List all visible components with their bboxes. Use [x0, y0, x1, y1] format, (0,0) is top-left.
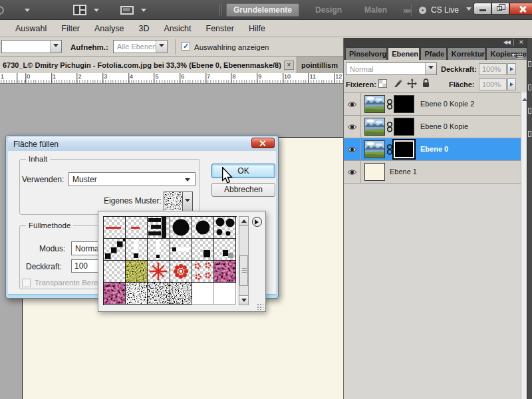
menu-filter[interactable]: Filter	[54, 21, 87, 36]
workspace-button-design[interactable]: Design	[309, 4, 348, 16]
layer-mask-thumbnail[interactable]	[394, 95, 414, 113]
panel-tab-pfade[interactable]: Pfade	[420, 47, 446, 60]
opacity-field[interactable]: 100	[71, 259, 100, 273]
blend-mode-dropdown[interactable]: Normal	[346, 63, 437, 75]
minimize-button[interactable]	[473, 3, 491, 15]
scroll-down-button[interactable]	[239, 295, 248, 305]
layer-thumbnail[interactable]	[364, 118, 385, 136]
dock-icon[interactable]	[528, 108, 531, 114]
restore-button[interactable]	[491, 3, 509, 15]
pattern-swatch-circle-large[interactable]	[170, 217, 192, 239]
screen-mode-icon[interactable]	[120, 6, 134, 15]
panel-menu-icon[interactable]	[511, 49, 523, 61]
picker-menu-button[interactable]	[252, 217, 262, 227]
pattern-swatch-red-dash-long[interactable]	[104, 217, 126, 239]
layer-thumbnail[interactable]	[364, 163, 385, 181]
pattern-swatch-red-flower-cluster[interactable]	[170, 261, 192, 283]
custom-pattern-swatch[interactable]	[164, 192, 193, 211]
close-button[interactable]	[509, 3, 532, 15]
dock-icon[interactable]	[528, 131, 531, 137]
pattern-swatch-square-right[interactable]	[192, 239, 214, 261]
layer-visibility-toggle[interactable]	[344, 138, 361, 161]
panel-tab-korrektur[interactable]: Korrektur	[448, 47, 486, 60]
layer-visibility-toggle[interactable]	[344, 161, 361, 184]
pattern-swatch-maroon-texture[interactable]	[104, 283, 126, 305]
pattern-swatch-diag-squares[interactable]	[104, 239, 126, 261]
panel-opacity-value[interactable]: 100%	[479, 63, 507, 75]
pattern-swatch-noise-bw2[interactable]	[148, 283, 170, 305]
pattern-swatch-squares-row[interactable]	[170, 239, 192, 261]
document-close-icon[interactable]: ×	[284, 61, 294, 70]
menu-3d[interactable]: 3D	[132, 21, 157, 36]
dialog-title-bar[interactable]: Fläche füllen	[8, 137, 276, 151]
panel-tab-ebenen[interactable]: Ebenen	[388, 47, 420, 60]
preserve-transparency-checkbox[interactable]	[22, 279, 31, 287]
layer-mask-thumbnail[interactable]	[394, 140, 414, 158]
layer-row-ebene-0-kopie[interactable]: Ebene 0 Kopie	[344, 116, 521, 138]
panel-close-icon[interactable]: ×	[519, 38, 523, 46]
lock-pixels-icon[interactable]	[393, 78, 404, 89]
menu-hilfe[interactable]: Hilfe	[241, 21, 273, 36]
menu-analyse[interactable]: Analyse	[87, 21, 131, 36]
pattern-swatch-red-starburst[interactable]	[148, 261, 170, 283]
workspace-button-malen[interactable]: Malen	[358, 4, 394, 16]
menu-auswahl[interactable]: Auswahl	[8, 21, 54, 36]
pattern-swatch-red-dash-short[interactable]	[126, 217, 148, 239]
layer-thumbnail[interactable]	[364, 140, 385, 158]
menu-ansicht[interactable]: Ansicht	[157, 21, 199, 36]
scrollbar-thumb[interactable]	[239, 255, 248, 286]
arrange-documents-icon[interactable]	[73, 5, 86, 15]
lock-transparency-icon[interactable]	[378, 78, 389, 89]
collapsed-dock-strip[interactable]	[527, 38, 532, 399]
pattern-swatch-circles-cluster[interactable]	[214, 217, 236, 239]
pattern-scrollbar[interactable]	[239, 216, 249, 305]
panel-tab-pinselvorg[interactable]: Pinselvorg	[345, 47, 387, 60]
show-selection-ring-checkbox[interactable]: ✓	[182, 42, 190, 51]
layer-row-ebene-0-kopie-2[interactable]: Ebene 0 Kopie 2	[344, 93, 521, 116]
dock-icon[interactable]	[528, 61, 531, 67]
scroll-up-button[interactable]	[239, 217, 248, 226]
lock-position-icon[interactable]	[407, 78, 418, 89]
pattern-swatch-red-florets[interactable]	[192, 261, 214, 283]
layer-visibility-toggle[interactable]	[344, 116, 361, 138]
partial-tool-icon[interactable]	[0, 6, 4, 15]
layer-mask-thumbnail[interactable]	[394, 118, 414, 136]
pattern-swatch-square-bottom[interactable]	[126, 239, 148, 261]
layer-row-ebene-0[interactable]: Ebene 0	[344, 138, 521, 161]
pattern-swatch-square-gray-pair[interactable]	[214, 239, 236, 261]
screen-mode-caret[interactable]	[141, 9, 146, 15]
document-tab-active[interactable]: 6730_L© Dmitry Pichugin - Fotolia.com.jp…	[0, 57, 297, 73]
use-dropdown[interactable]: Muster	[68, 172, 196, 186]
pattern-swatch-noise-bw[interactable]	[126, 283, 148, 305]
document-tab-inactive[interactable]: pointillism	[297, 57, 343, 73]
layer-visibility-toggle[interactable]	[344, 93, 361, 116]
dock-icon[interactable]	[528, 84, 531, 90]
lock-all-icon[interactable]	[422, 78, 432, 89]
pattern-swatch-noise-bw3[interactable]	[170, 283, 192, 305]
dropdown-button	[156, 41, 167, 53]
pattern-dropdown-button[interactable]	[183, 192, 192, 211]
pattern-swatch-black-bars[interactable]	[148, 217, 170, 239]
dialog-close-button[interactable]	[251, 138, 275, 148]
menu-fenster[interactable]: Fenster	[199, 21, 241, 36]
arrange-documents-caret[interactable]	[94, 9, 99, 15]
pattern-swatch-olive-kaleidoscope[interactable]	[126, 261, 148, 283]
sample-dropdown[interactable]: Alle Ebenen	[113, 40, 168, 53]
pattern-swatch-square-bottom-tiny[interactable]	[148, 239, 170, 261]
pattern-swatch-circle-medium[interactable]	[192, 217, 214, 239]
collapse-panels-icon[interactable]: ◀◀	[503, 39, 510, 45]
picker-resize-grip[interactable]	[257, 303, 263, 310]
workspace-button-grundelemente[interactable]: Grundelemente	[226, 3, 299, 17]
layer-thumbnail[interactable]	[364, 95, 385, 113]
tool-dropdown-caret[interactable]	[25, 9, 30, 15]
opacity-slider-button[interactable]	[507, 63, 516, 75]
cs-live-button[interactable]: CS Live	[419, 3, 471, 17]
tool-options-dropdown[interactable]	[1, 40, 62, 53]
fill-value[interactable]: 100%	[479, 78, 507, 90]
layer-row-ebene-1[interactable]: Ebene 1	[344, 161, 521, 184]
pattern-swatch-transparent-checker[interactable]	[104, 261, 126, 283]
ruler-label: 1	[53, 73, 56, 80]
fill-slider-button[interactable]	[507, 78, 516, 90]
workspace-overflow-chevrons[interactable]: »»	[403, 5, 410, 15]
pattern-swatch-maroon-texture[interactable]	[214, 261, 236, 283]
